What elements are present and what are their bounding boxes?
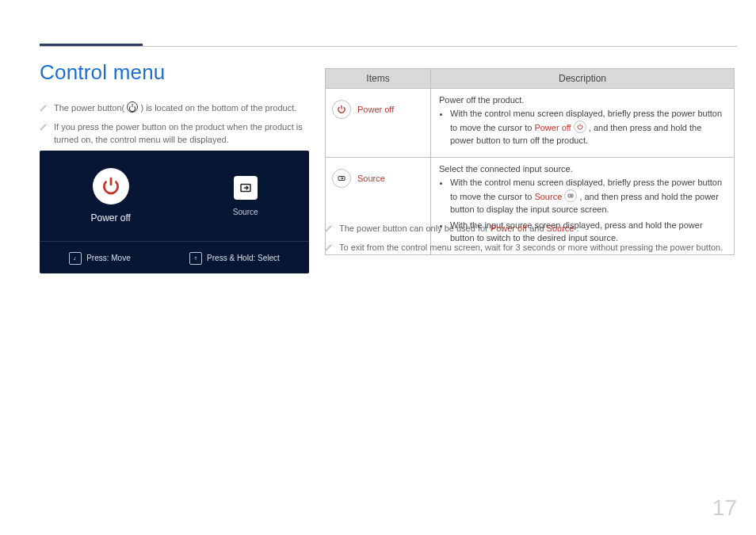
desc-red: Power off [534,123,571,132]
panel-power-label: Power off [90,212,130,224]
description-cell-power: Power off the product. With the control … [431,89,735,158]
page-title: Control menu [40,60,165,85]
control-menu-preview: Power off Source Press: Move Press & Hol… [40,151,309,273]
source-icon [234,176,258,200]
top-rule-accent [40,44,143,46]
hint-label: Press & Hold: Select [207,254,280,262]
note-red: Source [547,224,575,233]
note-item: The power button( ) is located on the bo… [40,101,309,116]
desc-bullet: With the control menu screen displayed, … [450,108,726,147]
press-move-icon [69,252,82,265]
desc-lead: Select the connected input source. [439,164,726,174]
top-rule [40,46,737,47]
note-red: Power off [491,224,527,233]
th-items: Items [326,69,431,89]
panel-item-power: Power off [90,168,130,224]
note-text: If you press the power button on the pro… [54,120,309,147]
note-fragment: and [529,224,546,233]
desc-red: Source [534,192,562,201]
pencil-icon [40,121,51,147]
power-icon [574,120,586,133]
panel-item-source: Source [233,176,258,216]
note-fragment: ) is located on the bottom of the produc… [140,103,296,113]
note-fragment: The power button can only be used for [339,224,491,233]
note-item: To exit from the control menu screen, wa… [325,241,735,255]
note-fragment: The power button( [54,103,124,113]
note-item: The power button can only be used for Po… [325,222,735,236]
pencil-icon [40,102,51,116]
below-table-notes: The power button can only be used for Po… [325,222,735,259]
th-description: Description [431,69,735,89]
press-hold-icon [189,252,202,265]
source-icon [332,169,351,188]
power-icon [93,168,129,204]
hint-press-hold: Press & Hold: Select [189,252,280,265]
power-icon [127,101,138,113]
note-text: The power button can only be used for Po… [339,222,735,236]
hint-press-move: Press: Move [69,252,131,265]
page-number: 17 [712,495,737,521]
note-text: The power button( ) is located on the bo… [54,101,309,116]
left-column: The power button( ) is located on the bo… [40,101,309,151]
panel-source-label: Source [233,208,258,216]
items-label: Source [357,174,385,183]
note-text: To exit from the control menu screen, wa… [339,241,735,255]
source-icon [564,189,577,202]
note-item: If you press the power button on the pro… [40,120,309,147]
items-cell-power: Power off [326,89,431,158]
power-icon [332,100,351,119]
desc-lead: Power off the product. [439,95,726,105]
table-row: Power off Power off the product. With th… [326,89,735,158]
hint-label: Press: Move [86,254,131,262]
desc-bullet: With the control menu screen displayed, … [450,177,726,216]
items-label: Power off [357,105,394,114]
panel-bottom: Press: Move Press & Hold: Select [40,241,309,274]
pencil-icon [325,223,336,236]
panel-top: Power off Source [40,151,309,241]
pencil-icon [325,242,336,255]
note-fragment: . [576,224,578,233]
